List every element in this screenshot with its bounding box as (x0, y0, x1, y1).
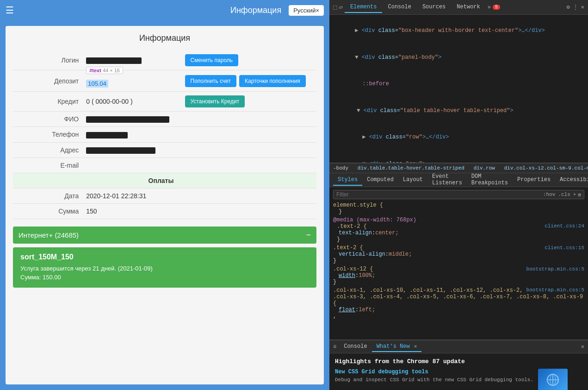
css-property: text-align (339, 230, 372, 236)
top-bar: ☰ Информация Русский× (0, 0, 329, 20)
css-rule-text2: .text-2 { client.css:15 vertical-align: … (333, 245, 584, 264)
styles-tab-dom-breakpoints[interactable]: DOM Breakpoints (467, 171, 513, 189)
tab-console[interactable]: Console (382, 2, 416, 13)
fio-row: ФИО (13, 112, 316, 127)
phone-row: Телефон (13, 127, 316, 142)
whats-new-title: Highlights from the Chrome 87 update (335, 358, 582, 365)
date-row: Дата 2020-12-01 22:28:31 (13, 189, 316, 204)
phone-label: Телефон (13, 131, 86, 138)
top-up-account-button[interactable]: Пополнить счет (185, 75, 237, 87)
content-area: Информация Логин Сменить пароль Депозит … (6, 26, 324, 384)
more-tabs-icon[interactable]: » (488, 4, 491, 11)
info-table: Логин Сменить пароль Депозит #text 44 × … (13, 50, 316, 219)
whats-new-text-1: New CSS Grid debugging tools Debug and i… (335, 369, 533, 390)
more-options-icon[interactable]: ⋮ (573, 4, 578, 11)
css-val-width: 100%; (359, 272, 375, 279)
css-selector: element.style { (333, 202, 383, 208)
breadcrumb-row[interactable]: div.row (474, 165, 495, 171)
css-source-4[interactable]: bootstrap.min.css:5 (526, 287, 584, 293)
tab-sources[interactable]: Sources (417, 2, 451, 13)
close-drawer-icon[interactable]: ✕ (581, 343, 584, 350)
login-label: Логин (13, 57, 86, 64)
close-devtools-icon[interactable]: ✕ (581, 4, 584, 11)
hamburger-icon[interactable]: ☰ (6, 5, 14, 16)
login-actions: Сменить пароль (185, 54, 316, 66)
media-query: @media (max-width: 768px) (333, 217, 416, 223)
breadcrumb-body[interactable]: -body (333, 165, 348, 171)
service-card-title: sort_150M_150 (20, 253, 309, 261)
service-collapse-button[interactable]: − (306, 230, 311, 240)
whats-new-close-icon[interactable]: ✕ (414, 344, 417, 349)
styles-tab-layout[interactable]: Layout (398, 175, 427, 186)
oplaty-row: Оплаты (13, 173, 316, 189)
cls-toggle[interactable]: .cls (558, 192, 570, 197)
dom-line: ▼ <div class="panel-body"> (333, 44, 584, 71)
service-card: sort_150M_150 Услуга завершится через 21… (13, 247, 316, 288)
top-up-cards-button[interactable]: Карточки пополнения (239, 75, 306, 87)
breadcrumb-col[interactable]: div.col-xs-12.col-sm-9.col-md-9.text-2 (504, 165, 588, 171)
force-state-icon[interactable]: ⊞ (578, 192, 581, 198)
service-card-desc2: Сумма: 150.00 (20, 273, 309, 282)
css-selector-combined: .col-xs-1, .col-xs-10, .col-xs-11, .col-… (333, 287, 523, 294)
tab-elements[interactable]: Elements (345, 2, 383, 13)
dom-line: ▶ <div class="box-header with-border tex… (333, 18, 584, 44)
fio-label: ФИО (13, 115, 86, 123)
tab-whats-new[interactable]: What's New ✕ (372, 342, 422, 352)
address-label: Адрес (13, 146, 86, 154)
css-val-float: left; (359, 307, 375, 313)
dom-panel: ▶ <div class="box-header with-border tex… (329, 15, 588, 163)
set-credit-button[interactable]: Установить Кредит (185, 95, 245, 107)
address-redacted (86, 147, 155, 154)
tab-network[interactable]: Network (451, 2, 485, 13)
text-tooltip: #text 44 × 16 (86, 67, 123, 74)
hov-toggle[interactable]: :hov (543, 192, 555, 197)
language-button[interactable]: Русский× (289, 5, 324, 16)
cursor-icon[interactable]: ⬚ (333, 3, 337, 11)
email-row: E-mail (13, 158, 316, 173)
device-toggle-icon[interactable]: ▱ (339, 3, 342, 11)
settings-icon[interactable]: ⚙ (567, 4, 570, 11)
whats-new-thumbnail-1 (538, 369, 568, 390)
tab-console-bottom[interactable]: Console (339, 342, 371, 352)
breadcrumb-table[interactable]: div.table.table-hover.table-striped (358, 165, 464, 171)
deposit-row: Депозит #text 44 × 16 105.04 Пополнить с… (13, 70, 316, 92)
styles-tab-computed[interactable]: Computed (362, 175, 398, 186)
credit-actions: Установить Кредит (185, 95, 316, 107)
css-prop-valign: vertical-align (339, 251, 385, 258)
dom-line: ▼ <div class="row"> (333, 151, 584, 163)
css-prop-width: width (339, 272, 355, 279)
css-val-middle: middle; (389, 251, 412, 258)
css-source-3[interactable]: bootstrap.min.css:5 (526, 266, 584, 272)
dom-line: ▶ <div class="row">…</div> (333, 124, 584, 151)
styles-tab-styles[interactable]: Styles (333, 175, 362, 186)
date-value: 2020-12-01 22:28:31 (86, 192, 185, 200)
css-source[interactable]: client.css:24 (545, 223, 584, 229)
fio-value (86, 115, 185, 123)
login-redacted (86, 57, 142, 64)
login-row: Логин Сменить пароль (13, 50, 316, 70)
phone-value (86, 131, 185, 138)
css-source-2[interactable]: client.css:15 (545, 245, 584, 251)
styles-tab-properties[interactable]: Properties (513, 175, 555, 186)
css-rule-media: @media (max-width: 768px) .text-2 { clie… (333, 217, 584, 243)
change-password-button[interactable]: Сменить пароль (185, 54, 239, 66)
devtools-topbar: ⬚ ▱ Elements Console Sources Network » 5… (329, 0, 588, 15)
css-selector-text2-1: .text-2 { (337, 223, 367, 230)
filter-input[interactable] (336, 191, 543, 198)
date-label: Дата (13, 192, 86, 200)
css-prop-float: float (339, 307, 355, 313)
drawer-icon[interactable]: ≡ (333, 344, 336, 350)
deposit-value: 105.04 (86, 80, 108, 88)
styles-panel: :hov .cls + ⊞ element.style { } @media (… (329, 187, 588, 340)
left-panel: ☰ Информация Русский× Информация Логин С… (0, 0, 329, 390)
add-style-icon[interactable]: + (573, 192, 576, 197)
css-rule-col-xs-12: .col-xs-12 { bootstrap.min.css:5 width: … (333, 266, 584, 285)
styles-tab-event-listeners[interactable]: Event Listeners (427, 171, 467, 189)
css-closing-brace: } (339, 208, 342, 215)
error-badge: 5 (493, 5, 500, 10)
summa-value: 150 (86, 208, 185, 215)
top-bar-title: Информация (230, 6, 281, 15)
credit-label: Кредит (13, 98, 86, 105)
styles-tab-accessibility[interactable]: Accessibility (555, 175, 588, 186)
bottom-console: ≡ Console What's New ✕ ✕ Highlights from… (329, 340, 588, 390)
